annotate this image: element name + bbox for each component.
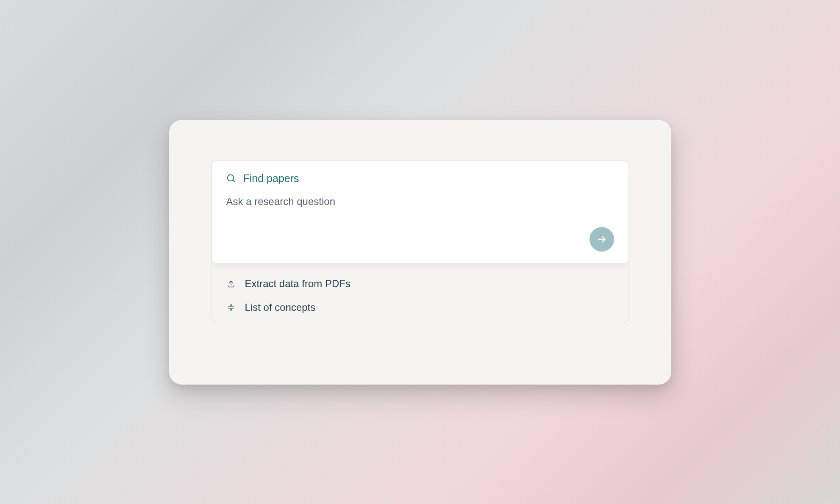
option-label: Extract data from PDFs: [245, 278, 350, 290]
main-panel: Find papers: [169, 120, 671, 385]
submit-button[interactable]: [590, 227, 614, 252]
research-question-input[interactable]: [226, 196, 590, 231]
upload-icon: [226, 280, 236, 288]
search-area: Find papers: [211, 160, 629, 323]
arrow-right-icon: [596, 234, 607, 245]
option-extract-data[interactable]: Extract data from PDFs: [226, 272, 614, 296]
search-input-row: [226, 194, 614, 253]
find-papers-label: Find papers: [243, 172, 299, 185]
svg-line-1: [233, 180, 234, 182]
option-label: List of concepts: [245, 302, 316, 313]
options-list: Extract data from PDFs List of concepts: [212, 263, 629, 323]
option-list-concepts[interactable]: List of concepts: [226, 296, 614, 319]
search-icon: [226, 174, 236, 183]
search-header: Find papers: [226, 172, 614, 185]
find-papers-card: Find papers: [212, 161, 629, 263]
collapse-icon: [226, 303, 236, 312]
